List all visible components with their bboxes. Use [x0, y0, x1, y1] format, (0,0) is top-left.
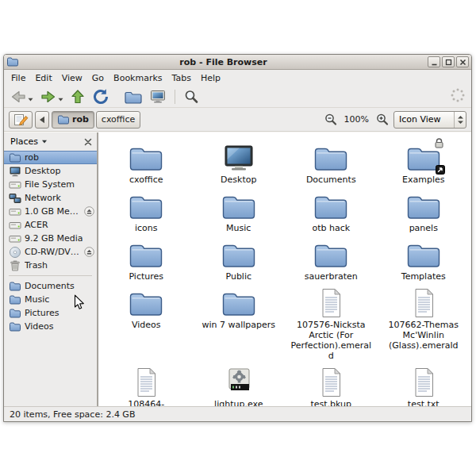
sidebar-item-label: 9.2 GB Media	[25, 233, 94, 244]
cd-icon	[9, 246, 21, 259]
file-item-lightup-exe[interactable]: lightup.exe	[195, 367, 282, 406]
view-mode-select[interactable]: Icon View	[393, 111, 466, 129]
refresh-icon	[92, 88, 109, 106]
arrow-left-icon	[39, 116, 45, 124]
chevron-down-icon	[58, 90, 63, 105]
home-icon	[124, 89, 143, 105]
window-controls	[428, 56, 469, 67]
file-browser-window: rob - File Browser FileEditViewGoBookmar…	[3, 54, 472, 422]
link-emblem-icon	[436, 165, 445, 175]
path-button-label: cxoffice	[102, 114, 135, 125]
sidebar-close-button[interactable]	[81, 135, 94, 148]
zoom-out-button[interactable]	[322, 112, 340, 128]
sidebar-item-file-system[interactable]: File System	[4, 178, 97, 191]
computer-icon	[149, 89, 167, 105]
search-icon	[183, 89, 199, 105]
titlebar[interactable]: rob - File Browser	[4, 55, 471, 70]
file-item-examples[interactable]: Examples	[380, 142, 467, 186]
file-item-public[interactable]: Public	[195, 239, 282, 282]
menu-item-view[interactable]: View	[57, 71, 87, 85]
sidebar-item-label: Videos	[25, 321, 94, 332]
sidebar-item-9-2-gb-media[interactable]: 9.2 GB Media	[4, 232, 97, 245]
sidebar-item-cd-rw-dvd[interactable]: CD-RW/DVD-...	[4, 245, 97, 259]
file-item-107662-themas-mc-winlin-glass-emerald[interactable]: 107662-Themas Mc'Winlin (Glass).emerald	[380, 287, 467, 362]
places-selector[interactable]: Places	[6, 134, 79, 149]
folder-icon	[312, 239, 350, 271]
menu-item-go[interactable]: Go	[87, 71, 109, 85]
text-file-icon	[405, 287, 443, 319]
file-item-icons[interactable]: icons	[102, 190, 190, 234]
sidebar-item-label: Desktop	[25, 166, 94, 176]
file-item-otb-hack[interactable]: otb hack	[287, 190, 374, 234]
sidebar-item-label: CD-RW/DVD-...	[25, 247, 81, 257]
file-item-panels[interactable]: panels	[380, 190, 467, 234]
sidebar-item-desktop[interactable]: Desktop	[4, 164, 97, 178]
up-icon	[70, 88, 86, 106]
folder-icon	[312, 142, 350, 174]
path-button-rob[interactable]: rob	[52, 111, 94, 129]
sidebar-item-1-0-gb-media[interactable]: 1.0 GB Media	[4, 205, 97, 218]
sidebar-item-videos[interactable]: Videos	[4, 320, 97, 333]
edit-location-button[interactable]	[9, 111, 33, 129]
file-item-test-bkup[interactable]: test.bkup	[287, 367, 374, 406]
menu-item-tabs[interactable]: Tabs	[167, 71, 196, 85]
file-item-desktop[interactable]: Desktop	[195, 142, 282, 186]
file-item-music[interactable]: Music	[195, 190, 282, 234]
sidebar-item-acer[interactable]: ACER	[4, 218, 97, 232]
toolbar	[4, 86, 471, 108]
places-sidebar: Places robDesktopFile SystemNetwork1.0 G…	[4, 132, 98, 406]
up-button[interactable]	[67, 86, 88, 107]
file-item-107576-nicksta-arctic-for-perfection-emerald[interactable]: 107576-Nicksta Arctic (For Perfection).e…	[287, 287, 374, 362]
text-file-icon	[405, 367, 443, 398]
computer-button[interactable]	[147, 87, 169, 106]
file-item-test-txt[interactable]: test.txt	[380, 367, 467, 406]
menu-item-bookmarks[interactable]: Bookmarks	[109, 71, 167, 85]
zoom-in-button[interactable]	[374, 112, 391, 128]
menu-item-edit[interactable]: Edit	[30, 71, 56, 85]
eject-button[interactable]	[84, 247, 94, 257]
maximize-button[interactable]	[442, 56, 455, 67]
folder-icon	[405, 142, 443, 174]
file-item-documents[interactable]: Documents	[287, 142, 374, 186]
file-item-win-7-wallpapers[interactable]: win 7 wallpapers	[195, 287, 282, 362]
file-label: lightup.exe	[214, 400, 263, 406]
sidebar-item-documents[interactable]: Documents	[4, 279, 97, 293]
sidebar-item-label: ACER	[25, 220, 94, 230]
file-item-cxoffice[interactable]: cxoffice	[102, 142, 190, 186]
file-item-pictures[interactable]: Pictures	[102, 239, 190, 282]
file-item-videos[interactable]: Videos	[102, 287, 190, 362]
toolbar-separator	[175, 90, 175, 104]
file-label: test.bkup	[310, 400, 351, 406]
network-icon	[9, 192, 21, 205]
file-item-108464-lagadesk-sigo-emerald[interactable]: 108464-LaGaDesk_SiGo.emerald	[102, 367, 190, 406]
combo-arrows-icon	[454, 112, 466, 128]
window-title: rob - File Browser	[22, 57, 424, 67]
text-file-icon	[312, 367, 350, 398]
eject-button[interactable]	[84, 206, 94, 217]
close-icon	[84, 138, 92, 146]
file-label: Templates	[401, 272, 446, 282]
back-button[interactable]	[7, 87, 36, 106]
statusbar: 20 items, Free space: 2.4 GB	[4, 406, 471, 421]
search-button[interactable]	[181, 87, 202, 106]
close-button[interactable]	[456, 56, 469, 67]
sidebar-item-network[interactable]: Network	[4, 191, 97, 205]
file-item-sauerbraten[interactable]: sauerbraten	[287, 239, 374, 282]
folder-icon	[57, 113, 70, 126]
path-scroll-left-button[interactable]	[35, 111, 49, 129]
drive-icon	[9, 205, 21, 218]
minimize-button[interactable]	[428, 56, 440, 67]
path-button-cxoffice[interactable]: cxoffice	[96, 111, 140, 129]
menu-item-help[interactable]: Help	[196, 71, 225, 85]
menu-item-file[interactable]: File	[6, 71, 30, 85]
refresh-button[interactable]	[90, 86, 112, 107]
text-file-icon	[312, 287, 350, 319]
sidebar-item-rob[interactable]: rob	[4, 151, 97, 164]
status-text: 20 items, Free space: 2.4 GB	[10, 409, 135, 420]
sidebar-item-trash[interactable]: Trash	[4, 259, 97, 272]
file-item-templates[interactable]: Templates	[380, 239, 467, 282]
forward-button[interactable]	[37, 87, 66, 106]
folder-icon	[127, 239, 165, 271]
places-label: Places	[10, 136, 38, 147]
home-button[interactable]	[121, 87, 145, 106]
